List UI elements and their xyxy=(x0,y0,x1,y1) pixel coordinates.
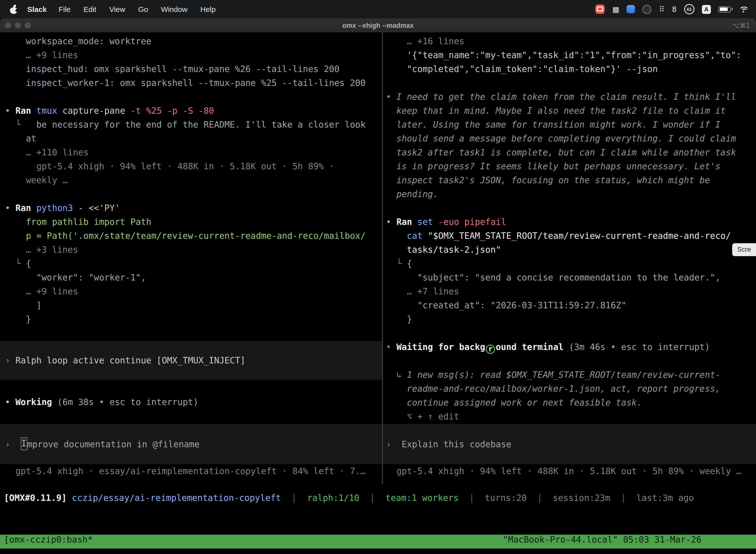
terminal-line: └ { xyxy=(383,257,756,271)
terminal-line: at xyxy=(0,131,382,146)
zoom-button[interactable] xyxy=(25,22,31,28)
terminal-line: ] xyxy=(0,298,382,312)
terminal-line: is in progress? It seems likely but perh… xyxy=(383,159,756,173)
menu-item-window[interactable]: Window xyxy=(161,5,188,13)
terminal-line: workspace_mode: worktree xyxy=(0,34,382,48)
tmux-host-clock: "MacBook-Pro-44.local" 05:03 31-Mar-26 xyxy=(503,535,701,549)
terminal-line: … +16 lines xyxy=(383,34,756,48)
terminal-line: … +9 lines xyxy=(0,48,382,62)
terminal-line xyxy=(383,354,756,368)
terminal-line xyxy=(383,76,756,90)
terminal-line: … +9 lines xyxy=(0,284,382,298)
terminal-line xyxy=(383,201,756,215)
dots-grid-icon[interactable]: ⠿ xyxy=(659,3,665,15)
tmux-panes: workspace_mode: worktree … +9 lines insp… xyxy=(0,32,756,484)
terminal-line: gpt-5.4 xhigh · 94% left · 488K in · 5.1… xyxy=(383,464,756,478)
minimize-button[interactable] xyxy=(15,22,21,28)
terminal-line: gpt-5.4 xhigh · essay/ai-reimplementatio… xyxy=(0,464,382,478)
prompt-band[interactable]: › Improve documentation in @filename xyxy=(0,424,382,464)
battery-ring[interactable]: 61 xyxy=(684,4,694,14)
terminal-line: … +3 lines xyxy=(0,243,382,257)
close-button[interactable] xyxy=(5,22,11,28)
window-controls xyxy=(5,22,31,28)
terminal-line: p = Path('.omx/state/team/review-current… xyxy=(0,229,382,243)
terminal-line: '{"team_name":"my-team","task_id":"1","f… xyxy=(383,48,756,62)
terminal-line: weekly … xyxy=(0,173,382,187)
menu-item-edit[interactable]: Edit xyxy=(83,5,97,13)
terminal-line: › Ralph loop active continue [OMX_TMUX_I… xyxy=(0,353,245,367)
terminal-line: later. Using the same for transition mig… xyxy=(383,118,756,131)
terminal-line: • Ran python3 - <<'PY' xyxy=(0,201,382,215)
terminal-line: inspect_worker-1: omx sparkshell --tmux-… xyxy=(0,76,382,90)
terminal-line: tasks/task-2.json" xyxy=(383,243,756,257)
menu-items: FileEditViewGoWindowHelp xyxy=(59,5,215,13)
screen-share-popover[interactable]: Scre xyxy=(732,243,756,256)
screen-recording-indicator[interactable] xyxy=(595,4,605,14)
terminal-line: • Ran tmux capture-pane -t %25 -p -S -80 xyxy=(0,104,382,118)
terminal-line: "subject": "send a concise recommendatio… xyxy=(383,271,756,284)
window-shortcut: ⌥⌘1 xyxy=(732,21,756,29)
window-titlebar[interactable]: omx --xhigh --madmax ⌥⌘1 xyxy=(0,18,756,32)
terminal-line: … +7 lines xyxy=(383,284,756,298)
terminal-line: › Explain this codebase xyxy=(383,437,511,451)
terminal-line: inspect_hud: omx sparkshell --tmux-pane … xyxy=(0,62,382,76)
input-source-icon[interactable]: A xyxy=(702,5,711,14)
terminal-line: "created_at": "2026-03-31T11:59:27.816Z" xyxy=(383,298,756,312)
terminal-line: inspect task2's JSON, focusing on the st… xyxy=(383,173,756,187)
app-icon-8[interactable]: 8 xyxy=(672,3,677,15)
menu-item-go[interactable]: Go xyxy=(138,5,148,13)
raycast-icon[interactable] xyxy=(627,5,635,13)
terminal-line xyxy=(383,326,756,340)
terminal-line: └ { xyxy=(0,257,382,271)
tmux-status-bar: [omx-cczip0:bash* "MacBook-Pro-44.local"… xyxy=(0,535,756,549)
terminal-line: readme-and-reco/mailbox/worker-1.json, a… xyxy=(383,382,756,396)
terminal-line: from pathlib import Path xyxy=(0,215,382,229)
screen: Slack FileEditViewGoWindowHelp ▦⠿861A om… xyxy=(0,0,756,554)
terminal-line xyxy=(0,90,382,104)
terminal-line: › Improve documentation in @filename xyxy=(0,437,200,451)
spinner: r xyxy=(486,344,495,354)
terminal-line: … +110 lines xyxy=(0,146,382,159)
active-app-name[interactable]: Slack xyxy=(27,5,47,13)
terminal-line: • Waiting for background terminal (3m 46… xyxy=(383,340,756,354)
terminal-window: omx --xhigh --madmax ⌥⌘1 workspace_mode:… xyxy=(0,18,756,554)
terminal-line: • Ran set -euo pipefail xyxy=(383,215,756,229)
menu-item-help[interactable]: Help xyxy=(200,5,216,13)
terminal-line xyxy=(0,187,382,201)
terminal-line: } xyxy=(383,312,756,326)
terminal-line: pending. xyxy=(383,187,756,201)
terminal-line: keep that in mind. Maybe I also need the… xyxy=(383,104,756,118)
grid-icon[interactable]: ▦ xyxy=(612,3,619,15)
menubar: Slack FileEditViewGoWindowHelp ▦⠿861A xyxy=(0,0,756,18)
terminal-line: continue assigned work or next feasible … xyxy=(383,396,756,409)
window-title: omx --xhigh --madmax xyxy=(0,21,756,29)
terminal-line: ⌥ + ↑ edit xyxy=(383,409,756,424)
terminal-line: cat "$OMX_TEAM_STATE_ROOT/team/review-cu… xyxy=(383,229,756,243)
text-cursor: I xyxy=(20,437,27,450)
omx-status-line: [OMX#0.11.9] cczip/essay/ai-reimplementa… xyxy=(0,493,756,507)
pane-left-content: workspace_mode: worktree … +9 lines insp… xyxy=(0,32,382,478)
terminal-line: "completed","claim_token":"claim-token"}… xyxy=(383,62,756,76)
terminal-pane-right[interactable]: … +16 lines '{"team_name":"my-team","tas… xyxy=(383,32,756,484)
prompt-band[interactable]: › Explain this codebase xyxy=(383,424,756,464)
tmux-session-window: [omx-cczip0:bash* xyxy=(4,535,93,549)
terminal-line: should send a message before completing … xyxy=(383,131,756,146)
terminal-line: • I need to get the claim token from the… xyxy=(383,90,756,104)
battery-icon[interactable] xyxy=(718,6,731,12)
terminal-line: } xyxy=(0,312,382,326)
prompt-band[interactable]: › Ralph loop active continue [OMX_TMUX_I… xyxy=(0,341,382,380)
terminal-line: "worker": "worker-1", xyxy=(0,271,382,284)
terminal-pane-left[interactable]: workspace_mode: worktree … +9 lines insp… xyxy=(0,32,382,484)
apple-menu-icon[interactable] xyxy=(10,4,17,14)
menu-item-view[interactable]: View xyxy=(109,5,125,13)
terminal-line: gpt-5.4 xhigh · 94% left · 488K in · 5.1… xyxy=(0,159,382,173)
dark-app-icon[interactable] xyxy=(643,5,651,14)
terminal-line: task2 after task1 is complete, but can I… xyxy=(383,146,756,159)
terminal-line: • Working (6m 38s • esc to interrupt) xyxy=(0,395,382,409)
wifi-icon[interactable] xyxy=(738,5,748,13)
menu-item-file[interactable]: File xyxy=(59,5,70,13)
terminal-line: ↳ 1 new msg(s): read $OMX_TEAM_STATE_ROO… xyxy=(383,368,756,382)
terminal-line: └ be necessary for the end of the README… xyxy=(0,118,382,131)
pane-right-content: … +16 lines '{"team_name":"my-team","tas… xyxy=(383,32,756,478)
menubar-status-icons: ▦⠿861A xyxy=(595,3,748,15)
